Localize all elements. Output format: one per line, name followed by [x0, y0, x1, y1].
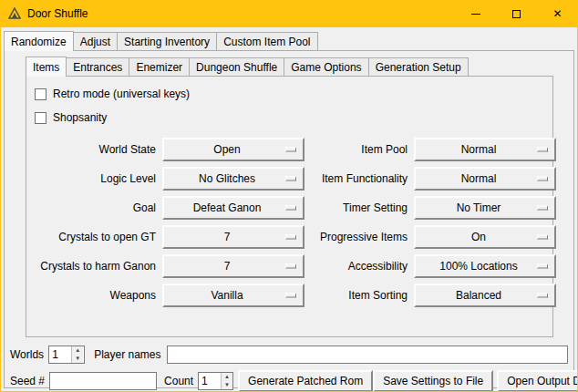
save-settings-button[interactable]: Save Settings to File [373, 370, 493, 391]
dropdown-weapons[interactable]: Vanilla [162, 284, 304, 307]
outer-tab-bar: Randomize Adjust Starting Inventory Cust… [4, 30, 577, 50]
shopsanity-checkbox-row[interactable]: Shopsanity [35, 108, 552, 127]
count-spinner-arrows[interactable]: ▲▼ [221, 373, 232, 389]
world-state-value: Open [213, 143, 253, 156]
titlebar: Door Shuffle ✕ [0, 0, 578, 27]
dropdown-indicator-icon [285, 294, 296, 298]
dropdown-item-sorting[interactable]: Balanced [414, 284, 556, 307]
dropdown-goal[interactable]: Defeat Ganon [162, 196, 304, 220]
dropdown-indicator-icon [537, 294, 548, 298]
dropdown-indicator-icon [537, 235, 548, 240]
progressive-items-value: On [471, 231, 499, 243]
tab-game-options[interactable]: Game Options [284, 57, 368, 76]
multiworld-row: Worlds ▲▼ Player names [10, 345, 568, 365]
player-names-input[interactable] [167, 346, 569, 364]
label-item-pool: Item Pool [309, 143, 409, 156]
label-world-state: World State [32, 143, 158, 156]
retro-mode-checkbox[interactable] [35, 88, 46, 100]
window-body: Randomize Adjust Starting Inventory Cust… [1, 27, 577, 391]
open-output-directory-button[interactable]: Open Output Directory [497, 370, 577, 391]
close-icon: ✕ [552, 8, 562, 19]
dropdown-accessibility[interactable]: 100% Locations [414, 254, 556, 278]
items-panel: Retro mode (universal keys) Shopsanity W… [26, 76, 553, 337]
label-crystals-harm-ganon: Crystals to harm Ganon [32, 260, 158, 273]
dropdown-indicator-icon [285, 177, 296, 181]
label-logic-level: Logic Level [32, 172, 158, 185]
window-controls: ✕ [455, 0, 578, 27]
label-progressive-items: Progressive Items [309, 231, 409, 243]
tab-generation-setup[interactable]: Generation Setup [368, 57, 469, 76]
dropdown-indicator-icon [285, 206, 296, 211]
dropdown-logic-level[interactable]: No Glitches [162, 167, 304, 191]
app-icon [7, 6, 22, 21]
label-item-functionality: Item Functionality [309, 172, 409, 185]
count-label: Count [164, 375, 193, 387]
maximize-button[interactable] [496, 0, 537, 27]
timer-setting-value: No Timer [457, 201, 514, 214]
dropdown-item-functionality[interactable]: Normal [414, 167, 556, 191]
minimize-icon [471, 14, 480, 15]
tab-dungeon-shuffle[interactable]: Dungeon Shuffle [189, 57, 284, 76]
worlds-label: Worlds [10, 348, 44, 361]
accessibility-value: 100% Locations [439, 260, 530, 273]
tab-randomize[interactable]: Randomize [4, 31, 74, 51]
dropdown-indicator-icon [537, 177, 548, 181]
spinner-down-icon[interactable]: ▼ [72, 355, 83, 363]
window-title: Door Shuffle [27, 7, 88, 20]
tab-items[interactable]: Items [26, 57, 67, 77]
label-item-sorting: Item Sorting [309, 289, 409, 302]
weapons-value: Vanilla [211, 289, 255, 302]
worlds-input[interactable] [49, 346, 71, 363]
worlds-spinner-arrows[interactable]: ▲▼ [71, 346, 83, 363]
player-names-label: Player names [94, 348, 160, 361]
worlds-spinner[interactable]: ▲▼ [48, 346, 85, 364]
options-grid: World State Open Item Pool Normal Logic … [32, 138, 552, 307]
item-sorting-value: Balanced [456, 289, 514, 302]
logic-level-value: No Glitches [199, 172, 268, 185]
dropdown-indicator-icon [537, 148, 548, 152]
dropdown-crystals-open-gt[interactable]: 7 [162, 225, 304, 249]
count-input[interactable] [199, 373, 221, 389]
label-crystals-open-gt: Crystals to open GT [32, 231, 158, 243]
label-timer-setting: Timer Setting [309, 201, 409, 214]
dropdown-world-state[interactable]: Open [162, 138, 304, 161]
item-pool-value: Normal [461, 143, 510, 156]
spinner-down-icon[interactable]: ▼ [222, 381, 232, 389]
goal-value: Defeat Ganon [193, 201, 274, 214]
spinner-up-icon[interactable]: ▲ [222, 373, 232, 381]
dropdown-indicator-icon [537, 264, 548, 269]
crystals-harm-ganon-value: 7 [224, 260, 243, 273]
crystals-open-gt-value: 7 [224, 231, 243, 243]
dropdown-indicator-icon [537, 206, 548, 211]
maximize-icon [512, 10, 521, 18]
tab-entrances[interactable]: Entrances [66, 57, 129, 76]
dropdown-crystals-harm-ganon[interactable]: 7 [162, 254, 304, 278]
tab-starting-inventory[interactable]: Starting Inventory [117, 32, 217, 50]
item-functionality-value: Normal [461, 172, 510, 185]
tab-adjust[interactable]: Adjust [73, 32, 118, 50]
close-button[interactable]: ✕ [537, 0, 578, 27]
shopsanity-checkbox[interactable] [35, 112, 46, 124]
retro-mode-label: Retro mode (universal keys) [53, 88, 190, 100]
generate-row: Seed # Count ▲▼ Generate Patched Rom Sav… [10, 370, 568, 391]
minimize-button[interactable] [455, 0, 496, 27]
seed-label: Seed # [10, 375, 45, 387]
label-weapons: Weapons [32, 289, 158, 302]
app-window: Door Shuffle ✕ Randomize Adjust Starting… [0, 0, 578, 392]
seed-input[interactable] [49, 372, 157, 390]
dropdown-item-pool[interactable]: Normal [414, 138, 556, 161]
randomize-panel: Items Entrances Enemizer Dungeon Shuffle… [4, 50, 574, 388]
dropdown-timer-setting[interactable]: No Timer [414, 196, 556, 220]
spinner-up-icon[interactable]: ▲ [72, 346, 83, 355]
tab-enemizer[interactable]: Enemizer [129, 57, 190, 76]
shopsanity-label: Shopsanity [53, 111, 107, 124]
count-spinner[interactable]: ▲▼ [198, 372, 233, 390]
tab-custom-item-pool[interactable]: Custom Item Pool [216, 32, 317, 50]
label-goal: Goal [32, 201, 158, 214]
generate-patched-rom-button[interactable]: Generate Patched Rom [238, 370, 373, 391]
retro-mode-checkbox-row[interactable]: Retro mode (universal keys) [35, 85, 552, 103]
label-accessibility: Accessibility [309, 260, 409, 273]
inner-tab-bar: Items Entrances Enemizer Dungeon Shuffle… [26, 56, 573, 76]
dropdown-indicator-icon [285, 148, 296, 152]
dropdown-progressive-items[interactable]: On [414, 225, 556, 249]
